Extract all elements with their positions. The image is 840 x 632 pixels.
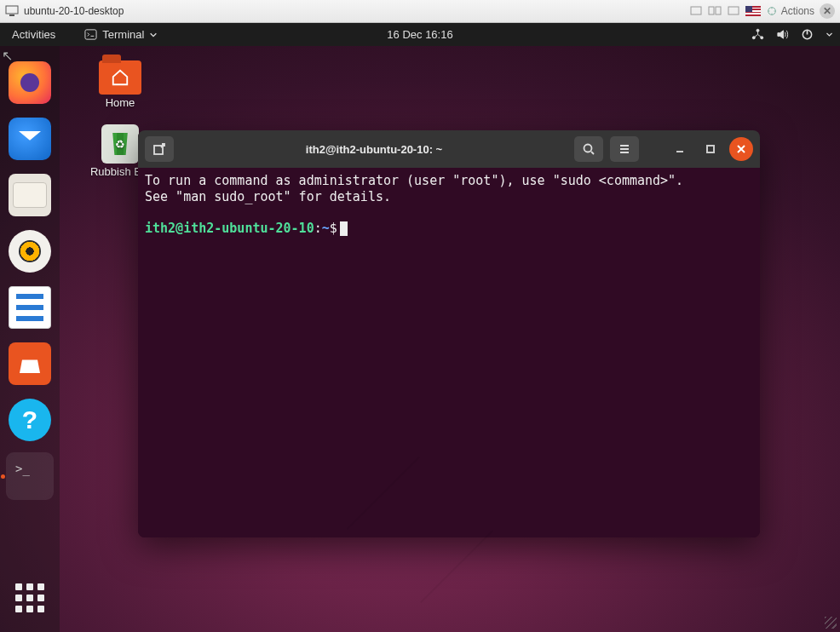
- new-tab-icon: [152, 142, 166, 156]
- close-button[interactable]: [729, 137, 753, 161]
- maximize-button[interactable]: [699, 137, 722, 161]
- app-menu[interactable]: Terminal: [84, 28, 158, 41]
- vm-actions[interactable]: Actions: [766, 5, 814, 17]
- folder-icon: [99, 60, 141, 95]
- dock-app-firefox[interactable]: [9, 61, 51, 104]
- svg-rect-4: [716, 7, 721, 14]
- dock-app-help[interactable]: ?: [9, 399, 51, 441]
- volume-icon: [776, 28, 789, 41]
- monitor-icon: [5, 4, 19, 18]
- dock-app-software[interactable]: [9, 342, 51, 385]
- svg-point-13: [584, 145, 592, 152]
- menu-button[interactable]: [610, 136, 639, 162]
- svg-rect-2: [691, 7, 701, 14]
- maximize-icon: [705, 144, 716, 154]
- prompt-sep: :: [314, 221, 322, 236]
- vm-display-icon-2[interactable]: [708, 4, 722, 18]
- dock-app-writer[interactable]: [9, 286, 51, 329]
- vm-display-icon-3[interactable]: [727, 4, 740, 18]
- vm-actions-label: Actions: [781, 5, 814, 17]
- resize-grip-icon[interactable]: [825, 617, 837, 629]
- desktop-icon-home[interactable]: Home: [85, 60, 155, 109]
- svg-rect-7: [85, 30, 96, 39]
- vm-display-icon-1[interactable]: [689, 4, 703, 18]
- minimize-icon: [675, 144, 685, 154]
- power-icon: [801, 28, 814, 41]
- prompt-symbol: $: [330, 221, 337, 236]
- show-applications-button[interactable]: [11, 579, 49, 617]
- prompt-userhost: ith2@ith2-ubuntu-20-10: [145, 221, 314, 236]
- activities-button[interactable]: Activities: [7, 26, 60, 43]
- terminal-icon: [84, 28, 97, 41]
- terminal-title: ith2@ith2-ubuntu-20-10: ~: [181, 143, 567, 156]
- dock-app-files[interactable]: [9, 174, 51, 216]
- desktop-icon-label: Home: [106, 96, 135, 109]
- dock-app-thunderbird[interactable]: [9, 118, 51, 160]
- new-tab-button[interactable]: [145, 136, 174, 162]
- close-icon: [736, 144, 746, 154]
- terminal-body[interactable]: To run a command as administrator (user …: [138, 168, 760, 537]
- svg-rect-14: [707, 146, 714, 152]
- hamburger-icon: [618, 142, 631, 156]
- svg-rect-1: [9, 14, 14, 16]
- text-cursor-icon: [340, 221, 348, 236]
- terminal-motd-line: See "man sudo_root" for details.: [145, 189, 391, 204]
- vm-title: ubuntu-20-10-desktop: [24, 5, 124, 17]
- dock: ?: [0, 46, 60, 632]
- running-indicator-icon: [1, 474, 5, 479]
- search-icon: [582, 142, 595, 156]
- minimize-button[interactable]: [668, 137, 692, 161]
- vm-close-button[interactable]: ✕: [820, 3, 835, 19]
- prompt-path: ~: [322, 221, 330, 236]
- app-menu-label: Terminal: [102, 28, 144, 41]
- chevron-down-icon: [826, 31, 833, 38]
- system-tray[interactable]: [751, 28, 833, 41]
- gnome-topbar: Activities Terminal 16 Dec 16:16: [0, 23, 840, 46]
- search-button[interactable]: [574, 136, 603, 162]
- clock[interactable]: 16 Dec 16:16: [387, 28, 452, 41]
- terminal-window: ith2@ith2-ubuntu-20-10: ~ To run a comma…: [138, 130, 760, 537]
- home-icon: [99, 60, 141, 95]
- vm-titlebar: ubuntu-20-10-desktop Actions ✕: [0, 0, 840, 23]
- chevron-down-icon: [149, 31, 158, 39]
- trash-icon: [101, 124, 139, 164]
- network-icon: [751, 28, 764, 41]
- svg-rect-3: [709, 7, 714, 14]
- desktop-screen: ↖ Activities Terminal 16 Dec 16:16 ?: [0, 23, 840, 632]
- svg-rect-5: [728, 7, 739, 14]
- dock-app-rhythmbox[interactable]: [9, 230, 51, 273]
- terminal-titlebar[interactable]: ith2@ith2-ubuntu-20-10: ~: [138, 130, 760, 168]
- terminal-motd-line: To run a command as administrator (user …: [145, 173, 683, 188]
- dock-app-terminal[interactable]: [9, 455, 51, 497]
- svg-rect-0: [6, 6, 18, 14]
- flag-icon[interactable]: [745, 6, 761, 16]
